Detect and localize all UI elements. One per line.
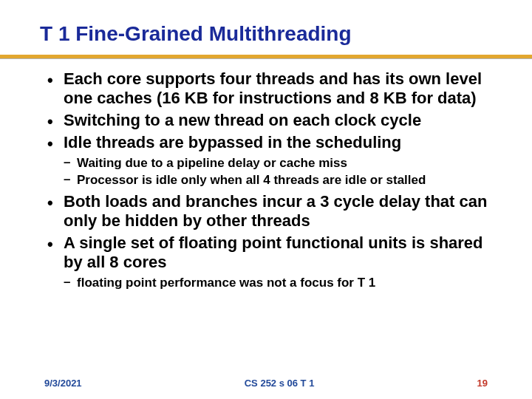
slide: T 1 Fine-Grained Multithreading Each cor… xyxy=(0,0,532,399)
footer-page-number: 19 xyxy=(477,378,488,389)
sub-bullet-item: Processor is idle only when all 4 thread… xyxy=(64,172,489,188)
bullet-item: Idle threads are bypassed in the schedul… xyxy=(43,133,489,152)
footer-date: 9/3/2021 xyxy=(44,378,82,389)
slide-title: T 1 Fine-Grained Multithreading xyxy=(0,22,532,50)
bullet-item: Each core supports four threads and has … xyxy=(43,69,489,108)
sub-bullet-item: Waiting due to a pipeline delay or cache… xyxy=(64,155,489,171)
sub-bullet-item: floating point performance was not a foc… xyxy=(64,275,489,290)
title-rule-thin xyxy=(0,58,532,59)
bullet-item: Both loads and branches incur a 3 cycle … xyxy=(43,192,489,231)
sub-bullet-list: floating point performance was not a foc… xyxy=(43,275,489,290)
bullet-list: Both loads and branches incur a 3 cycle … xyxy=(43,192,489,272)
slide-footer: 9/3/2021 CS 252 s 06 T 1 19 xyxy=(0,378,532,389)
footer-course: CS 252 s 06 T 1 xyxy=(245,378,315,389)
slide-content: Each core supports four threads and has … xyxy=(0,69,532,290)
bullet-item: A single set of floating point functiona… xyxy=(43,233,489,272)
bullet-item: Switching to a new thread on each clock … xyxy=(43,111,489,130)
bullet-list: Each core supports four threads and has … xyxy=(43,69,489,152)
sub-bullet-list: Waiting due to a pipeline delay or cache… xyxy=(43,155,489,188)
